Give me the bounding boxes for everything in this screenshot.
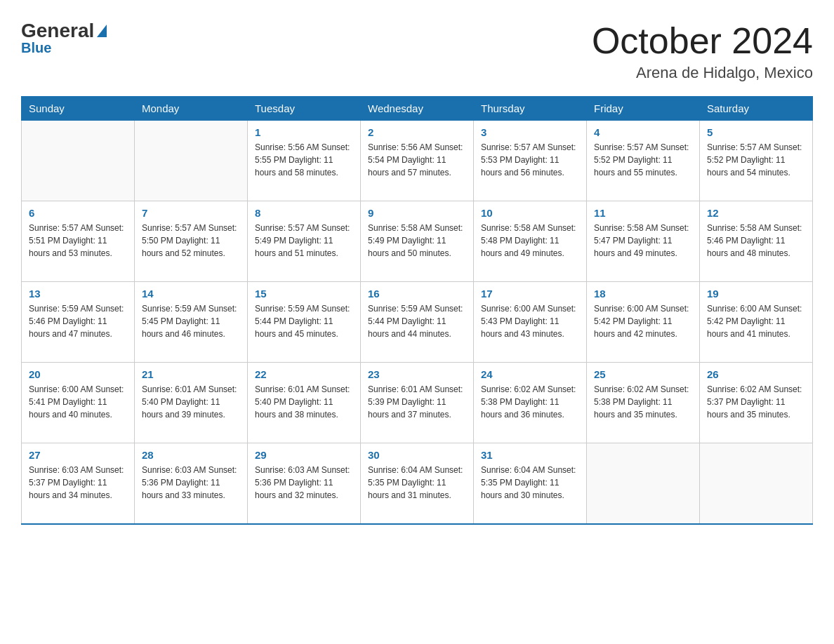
- page-header: General Blue October 2024 Arena de Hidal…: [21, 21, 813, 82]
- calendar-cell: 18Sunrise: 6:00 AM Sunset: 5:42 PM Dayli…: [587, 282, 700, 363]
- day-number: 16: [368, 288, 466, 300]
- calendar-cell: 5Sunrise: 5:57 AM Sunset: 5:52 PM Daylig…: [700, 121, 813, 201]
- calendar-cell: 28Sunrise: 6:03 AM Sunset: 5:36 PM Dayli…: [135, 443, 248, 524]
- calendar-cell: 3Sunrise: 5:57 AM Sunset: 5:53 PM Daylig…: [474, 121, 587, 201]
- calendar-cell: 14Sunrise: 5:59 AM Sunset: 5:45 PM Dayli…: [135, 282, 248, 363]
- day-number: 28: [142, 449, 240, 461]
- calendar-cell: 16Sunrise: 5:59 AM Sunset: 5:44 PM Dayli…: [361, 282, 474, 363]
- header-cell-friday: Friday: [587, 97, 700, 121]
- calendar-cell: 7Sunrise: 5:57 AM Sunset: 5:50 PM Daylig…: [135, 201, 248, 282]
- day-number: 6: [29, 207, 127, 219]
- day-info: Sunrise: 6:04 AM Sunset: 5:35 PM Dayligh…: [481, 464, 579, 502]
- day-number: 11: [594, 207, 692, 219]
- day-number: 2: [368, 126, 466, 138]
- calendar-week-5: 27Sunrise: 6:03 AM Sunset: 5:37 PM Dayli…: [22, 443, 813, 524]
- day-number: 27: [29, 449, 127, 461]
- logo-triangle-icon: [97, 25, 107, 37]
- day-number: 14: [142, 288, 240, 300]
- day-number: 19: [707, 288, 805, 300]
- calendar-cell: 10Sunrise: 5:58 AM Sunset: 5:48 PM Dayli…: [474, 201, 587, 282]
- calendar-cell: 19Sunrise: 6:00 AM Sunset: 5:42 PM Dayli…: [700, 282, 813, 363]
- day-number: 5: [707, 126, 805, 138]
- day-number: 13: [29, 288, 127, 300]
- day-number: 26: [707, 368, 805, 380]
- day-info: Sunrise: 5:57 AM Sunset: 5:49 PM Dayligh…: [255, 222, 353, 260]
- day-number: 15: [255, 288, 353, 300]
- calendar-cell: 11Sunrise: 5:58 AM Sunset: 5:47 PM Dayli…: [587, 201, 700, 282]
- calendar-cell: 17Sunrise: 6:00 AM Sunset: 5:43 PM Dayli…: [474, 282, 587, 363]
- day-info: Sunrise: 5:59 AM Sunset: 5:46 PM Dayligh…: [29, 302, 127, 340]
- calendar-cell: 8Sunrise: 5:57 AM Sunset: 5:49 PM Daylig…: [248, 201, 361, 282]
- day-number: 29: [255, 449, 353, 461]
- calendar-week-1: 1Sunrise: 5:56 AM Sunset: 5:55 PM Daylig…: [22, 121, 813, 201]
- day-number: 22: [255, 368, 353, 380]
- calendar-cell: 23Sunrise: 6:01 AM Sunset: 5:39 PM Dayli…: [361, 363, 474, 443]
- calendar-cell: 6Sunrise: 5:57 AM Sunset: 5:51 PM Daylig…: [22, 201, 135, 282]
- day-info: Sunrise: 6:00 AM Sunset: 5:42 PM Dayligh…: [707, 302, 805, 340]
- day-number: 18: [594, 288, 692, 300]
- calendar-cell: [700, 443, 813, 524]
- day-info: Sunrise: 6:01 AM Sunset: 5:39 PM Dayligh…: [368, 383, 466, 421]
- logo: General Blue: [21, 21, 107, 55]
- day-info: Sunrise: 6:01 AM Sunset: 5:40 PM Dayligh…: [142, 383, 240, 421]
- day-info: Sunrise: 6:01 AM Sunset: 5:40 PM Dayligh…: [255, 383, 353, 421]
- calendar-cell: 12Sunrise: 5:58 AM Sunset: 5:46 PM Dayli…: [700, 201, 813, 282]
- day-info: Sunrise: 6:03 AM Sunset: 5:36 PM Dayligh…: [255, 464, 353, 502]
- day-info: Sunrise: 6:00 AM Sunset: 5:41 PM Dayligh…: [29, 383, 127, 421]
- calendar-cell: [135, 121, 248, 201]
- calendar-header: SundayMondayTuesdayWednesdayThursdayFrid…: [22, 97, 813, 121]
- calendar-cell: 20Sunrise: 6:00 AM Sunset: 5:41 PM Dayli…: [22, 363, 135, 443]
- calendar-cell: [22, 121, 135, 201]
- calendar-cell: 24Sunrise: 6:02 AM Sunset: 5:38 PM Dayli…: [474, 363, 587, 443]
- calendar-body: 1Sunrise: 5:56 AM Sunset: 5:55 PM Daylig…: [22, 121, 813, 524]
- calendar-cell: 2Sunrise: 5:56 AM Sunset: 5:54 PM Daylig…: [361, 121, 474, 201]
- day-info: Sunrise: 5:59 AM Sunset: 5:45 PM Dayligh…: [142, 302, 240, 340]
- calendar-cell: 31Sunrise: 6:04 AM Sunset: 5:35 PM Dayli…: [474, 443, 587, 524]
- calendar-cell: [587, 443, 700, 524]
- calendar-cell: 15Sunrise: 5:59 AM Sunset: 5:44 PM Dayli…: [248, 282, 361, 363]
- day-number: 20: [29, 368, 127, 380]
- calendar-cell: 26Sunrise: 6:02 AM Sunset: 5:37 PM Dayli…: [700, 363, 813, 443]
- day-info: Sunrise: 5:57 AM Sunset: 5:50 PM Dayligh…: [142, 222, 240, 260]
- day-number: 17: [481, 288, 579, 300]
- day-number: 23: [368, 368, 466, 380]
- day-info: Sunrise: 5:58 AM Sunset: 5:46 PM Dayligh…: [707, 222, 805, 260]
- day-info: Sunrise: 5:56 AM Sunset: 5:54 PM Dayligh…: [368, 141, 466, 179]
- calendar-week-4: 20Sunrise: 6:00 AM Sunset: 5:41 PM Dayli…: [22, 363, 813, 443]
- header-row: SundayMondayTuesdayWednesdayThursdayFrid…: [22, 97, 813, 121]
- day-number: 31: [481, 449, 579, 461]
- day-number: 10: [481, 207, 579, 219]
- header-cell-saturday: Saturday: [700, 97, 813, 121]
- day-number: 4: [594, 126, 692, 138]
- day-number: 21: [142, 368, 240, 380]
- day-info: Sunrise: 6:00 AM Sunset: 5:43 PM Dayligh…: [481, 302, 579, 340]
- day-number: 25: [594, 368, 692, 380]
- day-number: 7: [142, 207, 240, 219]
- day-info: Sunrise: 5:59 AM Sunset: 5:44 PM Dayligh…: [368, 302, 466, 340]
- calendar-cell: 21Sunrise: 6:01 AM Sunset: 5:40 PM Dayli…: [135, 363, 248, 443]
- day-number: 1: [255, 126, 353, 138]
- location-title: Arena de Hidalgo, Mexico: [592, 64, 813, 82]
- day-info: Sunrise: 5:57 AM Sunset: 5:53 PM Dayligh…: [481, 141, 579, 179]
- calendar-cell: 29Sunrise: 6:03 AM Sunset: 5:36 PM Dayli…: [248, 443, 361, 524]
- day-info: Sunrise: 5:58 AM Sunset: 5:47 PM Dayligh…: [594, 222, 692, 260]
- title-section: October 2024 Arena de Hidalgo, Mexico: [592, 21, 813, 82]
- day-info: Sunrise: 5:58 AM Sunset: 5:49 PM Dayligh…: [368, 222, 466, 260]
- calendar-cell: 30Sunrise: 6:04 AM Sunset: 5:35 PM Dayli…: [361, 443, 474, 524]
- calendar-week-3: 13Sunrise: 5:59 AM Sunset: 5:46 PM Dayli…: [22, 282, 813, 363]
- header-cell-thursday: Thursday: [474, 97, 587, 121]
- day-info: Sunrise: 5:59 AM Sunset: 5:44 PM Dayligh…: [255, 302, 353, 340]
- calendar-cell: 13Sunrise: 5:59 AM Sunset: 5:46 PM Dayli…: [22, 282, 135, 363]
- day-number: 30: [368, 449, 466, 461]
- calendar-cell: 27Sunrise: 6:03 AM Sunset: 5:37 PM Dayli…: [22, 443, 135, 524]
- day-info: Sunrise: 5:57 AM Sunset: 5:52 PM Dayligh…: [707, 141, 805, 179]
- header-cell-wednesday: Wednesday: [361, 97, 474, 121]
- day-info: Sunrise: 6:02 AM Sunset: 5:38 PM Dayligh…: [594, 383, 692, 421]
- calendar-cell: 22Sunrise: 6:01 AM Sunset: 5:40 PM Dayli…: [248, 363, 361, 443]
- day-info: Sunrise: 5:56 AM Sunset: 5:55 PM Dayligh…: [255, 141, 353, 179]
- calendar-table: SundayMondayTuesdayWednesdayThursdayFrid…: [21, 96, 813, 525]
- calendar-cell: 1Sunrise: 5:56 AM Sunset: 5:55 PM Daylig…: [248, 121, 361, 201]
- logo-general: General: [21, 21, 94, 41]
- calendar-cell: 25Sunrise: 6:02 AM Sunset: 5:38 PM Dayli…: [587, 363, 700, 443]
- day-info: Sunrise: 6:03 AM Sunset: 5:37 PM Dayligh…: [29, 464, 127, 502]
